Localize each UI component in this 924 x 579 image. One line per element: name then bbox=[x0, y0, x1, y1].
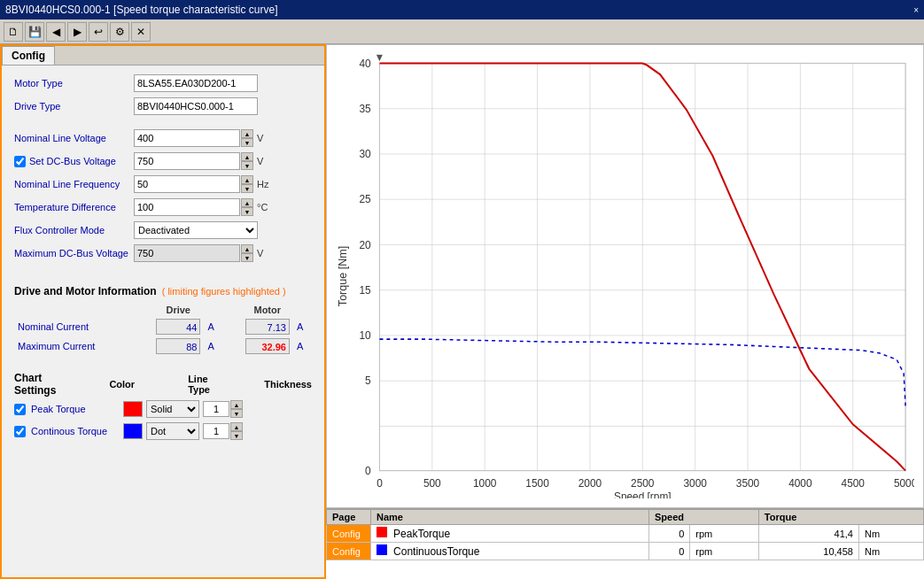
toolbar-btn-close[interactable]: ✕ bbox=[131, 22, 151, 42]
window-title: 8BVI0440HCS0.000-1 [Speed torque charact… bbox=[5, 4, 278, 16]
nominal-line-freq-input[interactable] bbox=[134, 175, 240, 193]
svg-text:0: 0 bbox=[377, 477, 383, 490]
nominal-current-drive-unit: A bbox=[204, 317, 222, 336]
toolbar-btn-save[interactable]: 💾 bbox=[25, 22, 44, 42]
flux-controller-label: Flux Controller Mode bbox=[14, 225, 134, 235]
max-dcbus-unit: V bbox=[257, 248, 263, 259]
peak-torque-thickness-input[interactable] bbox=[203, 401, 229, 417]
result-page-2: Config bbox=[327, 543, 371, 560]
temp-diff-down[interactable]: ▼ bbox=[241, 207, 253, 216]
svg-text:40: 40 bbox=[359, 57, 370, 69]
nominal-line-freq-up[interactable]: ▲ bbox=[241, 175, 253, 184]
toolbar-btn-new[interactable]: 🗋 bbox=[4, 22, 23, 42]
chart-area: ▼ 40 35 30 25 20 15 10 5 0 Torque [Nm] 0… bbox=[326, 44, 924, 508]
results-page-header: Page bbox=[327, 510, 371, 525]
chart-settings-title: Chart Settings bbox=[14, 372, 56, 397]
flux-controller-select[interactable]: Deactivated Activated bbox=[134, 221, 258, 239]
maximum-current-motor-unit: A bbox=[293, 336, 312, 356]
toolbar-btn-forward[interactable]: ▶ bbox=[67, 22, 87, 42]
line-type-header: Line Type bbox=[188, 374, 211, 395]
max-dcbus-input[interactable] bbox=[134, 244, 240, 262]
toolbar-btn-settings[interactable]: ⚙ bbox=[110, 22, 129, 42]
result-torque-unit-2: Nm bbox=[858, 543, 923, 560]
result-row-peak: Config PeakTorque 0 rpm 41,4 Nm bbox=[327, 525, 924, 543]
temp-diff-up[interactable]: ▲ bbox=[241, 198, 253, 207]
svg-text:1000: 1000 bbox=[473, 477, 497, 490]
drive-col-header: Drive bbox=[134, 303, 222, 317]
svg-text:3500: 3500 bbox=[736, 477, 760, 490]
drive-motor-title: Drive and Motor Information bbox=[14, 285, 157, 297]
continous-torque-linetype-select[interactable]: Solid Dot Dash bbox=[146, 422, 199, 440]
peak-torque-thickness-down[interactable]: ▼ bbox=[230, 409, 243, 418]
results-name-header: Name bbox=[371, 510, 649, 525]
svg-text:500: 500 bbox=[423, 477, 441, 490]
nominal-line-voltage-input[interactable] bbox=[134, 129, 240, 147]
peak-torque-color-swatch[interactable] bbox=[123, 401, 143, 417]
svg-text:15: 15 bbox=[359, 284, 370, 297]
toolbar-btn-undo[interactable]: ↩ bbox=[89, 22, 108, 42]
drive-type-label: Drive Type bbox=[14, 101, 134, 112]
peak-torque-linetype-select[interactable]: Solid Dot Dash bbox=[146, 400, 199, 418]
motor-type-label: Motor Type bbox=[14, 78, 134, 89]
svg-text:35: 35 bbox=[359, 103, 370, 115]
nominal-line-voltage-up[interactable]: ▲ bbox=[241, 129, 253, 138]
continous-torque-checkbox[interactable] bbox=[14, 426, 26, 437]
temp-diff-input[interactable] bbox=[134, 198, 240, 216]
svg-text:0: 0 bbox=[365, 465, 371, 477]
nominal-line-freq-unit: Hz bbox=[257, 179, 268, 189]
set-dcbus-unit: V bbox=[257, 156, 263, 166]
thickness-header: Thickness bbox=[264, 379, 312, 390]
set-dcbus-input[interactable] bbox=[134, 152, 240, 170]
set-dcbus-checkbox[interactable] bbox=[14, 156, 26, 167]
nominal-current-drive-value: 44 bbox=[156, 319, 200, 335]
results-speed-header: Speed bbox=[648, 510, 758, 525]
set-dcbus-down[interactable]: ▼ bbox=[241, 161, 253, 170]
set-dcbus-up[interactable]: ▲ bbox=[241, 152, 253, 161]
left-panel: Config Motor Type Drive Type Nominal Lin… bbox=[0, 44, 326, 579]
svg-text:2000: 2000 bbox=[578, 477, 602, 490]
continous-torque-thickness-input[interactable] bbox=[203, 423, 229, 439]
close-icon[interactable]: × bbox=[913, 5, 919, 15]
max-dcbus-label: Maximum DC-Bus Voltage bbox=[14, 248, 134, 259]
continous-torque-thickness-down[interactable]: ▼ bbox=[230, 431, 243, 440]
nominal-line-voltage-down[interactable]: ▼ bbox=[241, 138, 253, 147]
peak-torque-thickness-up[interactable]: ▲ bbox=[230, 400, 243, 409]
result-speed-val-2: 0 bbox=[648, 543, 689, 560]
result-name-1: PeakTorque bbox=[371, 525, 649, 543]
svg-text:25: 25 bbox=[359, 193, 370, 205]
result-torque-val-2: 10,458 bbox=[758, 543, 858, 560]
result-torque-unit-1: Nm bbox=[858, 525, 923, 543]
result-row-continuous: Config ContinuousTorque 0 rpm 10,458 Nm bbox=[327, 543, 924, 560]
chart-svg: ▼ 40 35 30 25 20 15 10 5 0 Torque [Nm] 0… bbox=[336, 54, 914, 498]
continous-torque-thickness-up[interactable]: ▲ bbox=[230, 422, 243, 431]
peak-torque-checkbox[interactable] bbox=[14, 404, 26, 415]
result-speed-unit-2: rpm bbox=[690, 543, 758, 560]
toolbar: 🗋 💾 ◀ ▶ ↩ ⚙ ✕ bbox=[0, 19, 924, 44]
nominal-current-motor-unit: A bbox=[293, 317, 312, 336]
svg-text:30: 30 bbox=[359, 148, 370, 160]
maximum-current-motor-value: 32.96 bbox=[245, 338, 290, 354]
motor-type-input[interactable] bbox=[134, 74, 258, 92]
nominal-line-freq-down[interactable]: ▼ bbox=[241, 184, 253, 193]
result-torque-val-1: 41,4 bbox=[758, 525, 858, 543]
toolbar-btn-back[interactable]: ◀ bbox=[46, 22, 66, 42]
title-bar: 8BVI0440HCS0.000-1 [Speed torque charact… bbox=[0, 0, 924, 19]
nominal-current-label: Nominal Current bbox=[14, 317, 134, 336]
temp-diff-unit: °C bbox=[257, 202, 268, 212]
result-color-1 bbox=[377, 527, 387, 537]
drive-type-input[interactable] bbox=[134, 97, 258, 115]
max-dcbus-down[interactable]: ▼ bbox=[241, 253, 253, 262]
maximum-current-drive-value: 88 bbox=[156, 338, 200, 354]
continous-torque-color-swatch[interactable] bbox=[123, 423, 143, 439]
maximum-current-drive-unit: A bbox=[204, 336, 222, 356]
results-torque-header: Torque bbox=[758, 510, 923, 525]
tab-config[interactable]: Config bbox=[2, 46, 55, 65]
max-dcbus-up[interactable]: ▲ bbox=[241, 244, 253, 253]
svg-text:5: 5 bbox=[365, 374, 371, 387]
motor-col-header: Motor bbox=[222, 303, 312, 317]
set-dcbus-label: Set DC-Bus Voltage bbox=[29, 156, 116, 166]
svg-text:10: 10 bbox=[359, 329, 370, 342]
nominal-line-voltage-unit: V bbox=[257, 133, 263, 143]
nominal-current-motor-value: 7.13 bbox=[245, 319, 290, 335]
drive-motor-subtitle: ( limiting figures highlighted ) bbox=[162, 286, 286, 297]
